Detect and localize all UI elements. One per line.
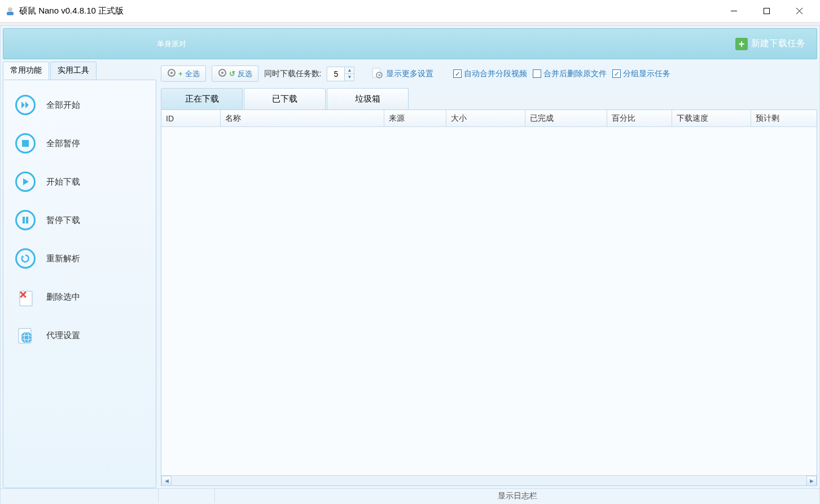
maximize-button[interactable]: [750, 1, 783, 21]
refresh-icon: [15, 248, 36, 269]
forward-icon: [15, 94, 36, 116]
sidebar-item-label: 全部开始: [46, 100, 80, 111]
checkbox-label: 分组显示任务: [623, 69, 670, 79]
sidebar-item-start-all[interactable]: 全部开始: [3, 86, 156, 124]
pause-icon: [15, 209, 36, 231]
download-table: ID 名称 来源 大小 已完成 百分比 下载速度 预计剩 ◀ ▶: [161, 109, 817, 486]
table-body: [161, 127, 817, 475]
svg-rect-1: [7, 12, 14, 15]
new-task-label: 新建下载任务: [751, 38, 805, 50]
gear-icon: [218, 68, 227, 79]
scroll-track[interactable]: [172, 476, 806, 486]
col-id[interactable]: ID: [161, 110, 221, 126]
invert-selection-label: 反选: [238, 69, 252, 79]
plus-mini-icon: +: [178, 69, 183, 78]
promo-text: 单身派对: [157, 39, 186, 49]
checkbox-auto-merge[interactable]: ✓ 自动合并分段视频: [453, 69, 527, 79]
globe-icon: [15, 325, 36, 346]
col-name[interactable]: 名称: [221, 110, 384, 126]
new-task-button[interactable]: + 新建下载任务: [731, 36, 810, 52]
app-icon: [5, 6, 16, 17]
spinner-up[interactable]: ▲: [345, 67, 354, 74]
svg-point-0: [8, 7, 12, 12]
sidebar-item-reparse[interactable]: 重新解析: [3, 239, 156, 278]
svg-point-15: [170, 72, 173, 74]
svg-point-20: [379, 74, 380, 76]
svg-point-11: [21, 332, 32, 343]
statusbar-cell-left: [1, 489, 159, 503]
checkbox-label: 合并后删除原文件: [543, 69, 607, 79]
svg-rect-3: [764, 8, 769, 14]
delete-icon: [15, 286, 36, 308]
sidebar-item-label: 代理设置: [46, 330, 80, 341]
gear-icon: [167, 68, 176, 79]
statusbar-cell-mid: [159, 489, 215, 503]
topbar: 单身派对 + 新建下载任务: [3, 28, 817, 59]
checkbox-group-display[interactable]: ✓ 分组显示任务: [612, 69, 670, 79]
sidebar-item-label: 重新解析: [46, 253, 80, 264]
toolbar: + 全选 ↺ 反选 同时下载任务数: ▲ ▼: [159, 62, 817, 86]
checkbox-icon: ✓: [453, 69, 462, 78]
show-log-button[interactable]: 显示日志栏: [215, 489, 819, 503]
app-window: 单身派对 + 新建下载任务 常用功能 实用工具 全部开始: [0, 25, 820, 504]
main-area: + 全选 ↺ 反选 同时下载任务数: ▲ ▼: [159, 62, 819, 488]
settings-page-icon: [371, 67, 383, 80]
horizontal-scrollbar[interactable]: ◀ ▶: [161, 475, 817, 485]
svg-rect-7: [23, 217, 25, 223]
window-controls: [717, 1, 815, 21]
scroll-left-button[interactable]: ◀: [161, 476, 172, 486]
window-title: 硕鼠 Nano v0.4.8.10 正式版: [19, 6, 717, 16]
col-eta[interactable]: 预计剩: [751, 110, 817, 126]
sidebar-tab-tools[interactable]: 实用工具: [50, 62, 97, 80]
content-tabs: 正在下载 已下载 垃圾箱: [159, 88, 817, 109]
concurrent-label: 同时下载任务数:: [264, 69, 322, 79]
play-icon: [15, 171, 36, 192]
sidebar-tab-common[interactable]: 常用功能: [3, 62, 49, 80]
swap-mini-icon: ↺: [229, 69, 235, 78]
tab-downloading[interactable]: 正在下载: [161, 88, 243, 109]
checkbox-delete-after-merge[interactable]: 合并后删除原文件: [533, 69, 607, 79]
minimize-button[interactable]: [717, 1, 750, 21]
sidebar-item-label: 暂停下载: [46, 215, 80, 226]
sidebar-item-start-download[interactable]: 开始下载: [3, 163, 156, 201]
checkbox-icon: [533, 69, 541, 78]
sidebar-tabs: 常用功能 实用工具: [3, 62, 156, 80]
concurrent-input[interactable]: [327, 69, 344, 78]
svg-rect-8: [26, 217, 28, 223]
body-area: 常用功能 实用工具 全部开始 全部暂停: [1, 62, 819, 488]
sidebar-item-pause-download[interactable]: 暂停下载: [3, 201, 156, 239]
stop-icon: [15, 133, 36, 154]
col-source[interactable]: 来源: [384, 110, 446, 126]
sidebar-item-label: 全部暂停: [46, 138, 80, 149]
select-all-label: 全选: [185, 69, 200, 79]
table-header: ID 名称 来源 大小 已完成 百分比 下载速度 预计剩: [161, 110, 817, 127]
svg-point-17: [221, 72, 223, 74]
col-speed[interactable]: 下载速度: [672, 110, 751, 126]
checkbox-label: 自动合并分段视频: [464, 69, 527, 79]
plus-icon: +: [735, 38, 748, 50]
statusbar: 显示日志栏: [1, 488, 819, 503]
tab-downloaded[interactable]: 已下载: [244, 88, 326, 109]
select-all-button[interactable]: + 全选: [161, 65, 206, 82]
invert-selection-button[interactable]: ↺ 反选: [212, 65, 258, 82]
more-settings-label: 显示更多设置: [386, 69, 433, 79]
spinner-down[interactable]: ▼: [345, 74, 354, 81]
titlebar: 硕鼠 Nano v0.4.8.10 正式版: [0, 0, 820, 23]
col-completed[interactable]: 已完成: [525, 110, 607, 126]
sidebar-item-proxy-settings[interactable]: 代理设置: [3, 316, 156, 354]
sidebar-item-delete-selected[interactable]: 删除选中: [3, 278, 156, 316]
svg-rect-6: [22, 140, 29, 147]
concurrent-spinner[interactable]: ▲ ▼: [327, 67, 354, 81]
checkbox-icon: ✓: [612, 69, 621, 78]
sidebar-content: 全部开始 全部暂停 开始下载: [3, 80, 156, 488]
more-settings-button[interactable]: 显示更多设置: [366, 65, 439, 82]
col-percent[interactable]: 百分比: [607, 110, 672, 126]
col-size[interactable]: 大小: [446, 110, 525, 126]
sidebar-item-label: 开始下载: [46, 177, 80, 187]
sidebar-item-pause-all[interactable]: 全部暂停: [3, 124, 156, 163]
tab-trash[interactable]: 垃圾箱: [327, 88, 409, 109]
sidebar-item-label: 删除选中: [46, 292, 80, 303]
close-button[interactable]: [783, 1, 815, 21]
sidebar: 常用功能 实用工具 全部开始 全部暂停: [1, 62, 159, 488]
scroll-right-button[interactable]: ▶: [806, 476, 817, 486]
